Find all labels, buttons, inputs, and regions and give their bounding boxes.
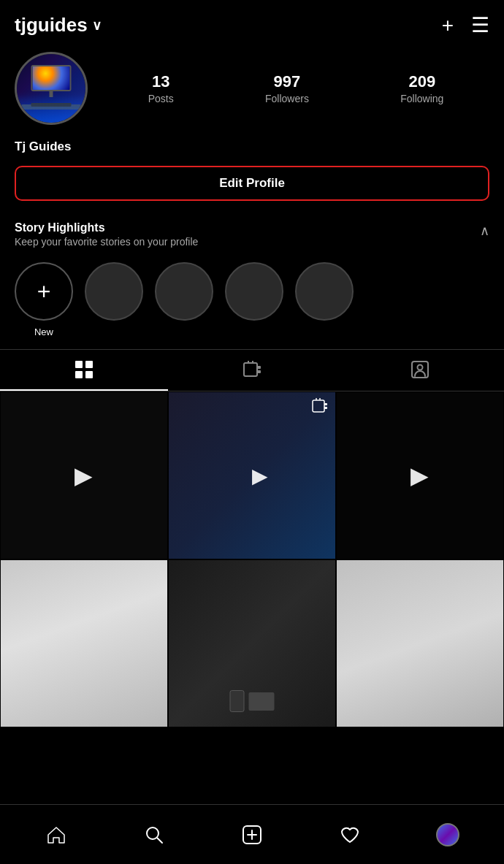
svg-point-16 [147,827,159,839]
nav-profile[interactable] [426,817,470,853]
new-highlight-label: New [34,326,53,337]
svg-rect-11 [313,400,324,412]
profile-avatar-nav [436,823,459,846]
stat-following[interactable]: 209 Following [400,72,443,104]
tagged-icon [411,360,429,379]
nav-home[interactable] [34,817,78,853]
grid-item-2[interactable]: ▶ [168,391,336,559]
home-icon [46,825,66,845]
username-dropdown[interactable]: tjguides ∨ [15,14,102,37]
svg-rect-13 [324,407,327,409]
highlight-item-2[interactable] [155,262,213,321]
collapse-icon[interactable]: ∧ [480,223,489,239]
chevron-down-icon: ∨ [92,18,102,34]
svg-rect-1 [85,361,93,368]
edit-profile-button[interactable]: Edit Profile [15,166,489,201]
profile-section: 13 Posts 997 Followers 209 Following [0,45,504,137]
avatar[interactable] [15,52,88,125]
igtv-icon [243,360,261,379]
svg-line-17 [158,838,163,843]
highlights-row: + New [0,251,504,349]
add-icon [242,825,262,845]
plus-icon: + [37,278,51,305]
stats-row: 13 Posts 997 Followers 209 Following [102,72,489,104]
posts-count: 13 [152,72,169,91]
grid-item-4[interactable] [0,559,168,727]
new-highlight-circle[interactable]: + [15,262,73,321]
highlight-item-4[interactable] [295,262,354,321]
highlight-circle-1[interactable] [85,262,143,321]
bottom-nav [0,804,504,864]
following-label: Following [400,93,443,104]
grid-item-5[interactable] [168,559,336,727]
highlights-subtitle: Keep your favorite stories on your profi… [15,236,198,248]
grid-item-6[interactable] [336,559,504,727]
grid-icon [75,360,93,379]
highlight-item-3[interactable] [225,262,283,321]
tab-tagged[interactable] [336,350,504,391]
content-tabs [0,349,504,391]
svg-rect-0 [75,361,83,368]
highlights-title-group: Story Highlights Keep your favorite stor… [15,221,198,248]
highlight-circle-4[interactable] [295,262,354,321]
play-icon-1: ▶ [75,462,93,489]
following-count: 209 [408,72,435,91]
highlight-circle-3[interactable] [225,262,283,321]
menu-icon[interactable]: ☰ [471,13,489,37]
svg-rect-12 [324,403,327,405]
highlight-item-1[interactable] [85,262,143,321]
followers-label: Followers [265,93,309,104]
nav-heart[interactable] [328,817,372,853]
search-icon [144,825,164,845]
stat-followers[interactable]: 997 Followers [265,72,309,104]
posts-grid: ▶ ▶ ▶ [0,391,504,727]
highlight-circle-2[interactable] [155,262,213,321]
stat-posts[interactable]: 13 Posts [148,72,174,104]
svg-rect-6 [257,370,261,373]
new-post-icon[interactable]: + [442,14,454,37]
grid-item-1[interactable]: ▶ [0,391,168,559]
svg-rect-4 [244,363,257,376]
svg-rect-5 [257,366,261,369]
followers-count: 997 [274,72,301,91]
grid-item-3[interactable]: ▶ [336,391,504,559]
highlight-new[interactable]: + New [15,262,73,337]
highlights-header: Story Highlights Keep your favorite stor… [0,215,504,251]
posts-label: Posts [148,93,174,104]
tab-igtv[interactable] [168,350,336,391]
nav-add[interactable] [230,817,274,853]
play-icon-2: ▶ [252,464,325,488]
header-actions: + ☰ [442,13,489,37]
username-text: tjguides [15,14,88,37]
nav-search[interactable] [132,817,176,853]
svg-rect-3 [85,371,93,378]
header: tjguides ∨ + ☰ [0,0,504,45]
svg-rect-2 [75,371,83,378]
igtv-badge-icon [312,398,329,420]
highlights-title: Story Highlights [15,221,198,234]
tab-grid[interactable] [0,350,168,391]
heart-icon [340,825,360,845]
svg-point-10 [418,365,423,370]
play-icon-3: ▶ [411,462,429,489]
display-name: Tj Guides [0,137,504,166]
